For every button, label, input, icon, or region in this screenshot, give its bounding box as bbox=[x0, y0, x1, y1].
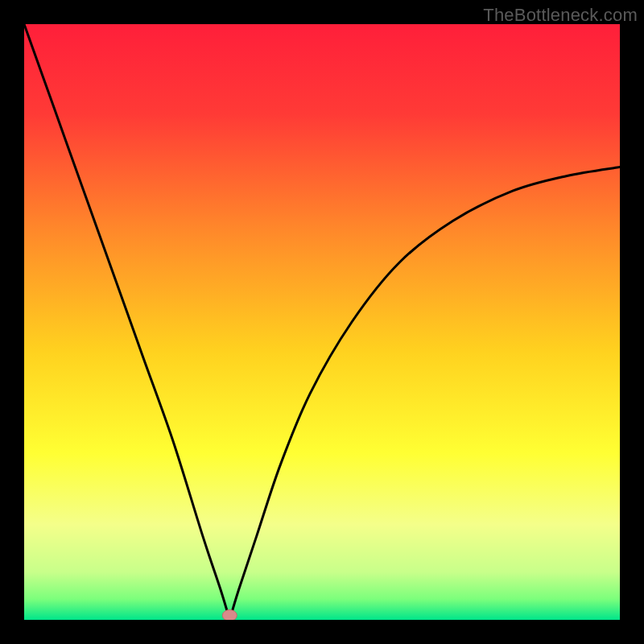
watermark-text: TheBottleneck.com bbox=[483, 5, 638, 26]
outer-frame: TheBottleneck.com bbox=[0, 0, 644, 644]
plot-background bbox=[24, 24, 620, 620]
optimum-marker bbox=[222, 610, 237, 620]
bottleneck-chart bbox=[24, 24, 620, 620]
